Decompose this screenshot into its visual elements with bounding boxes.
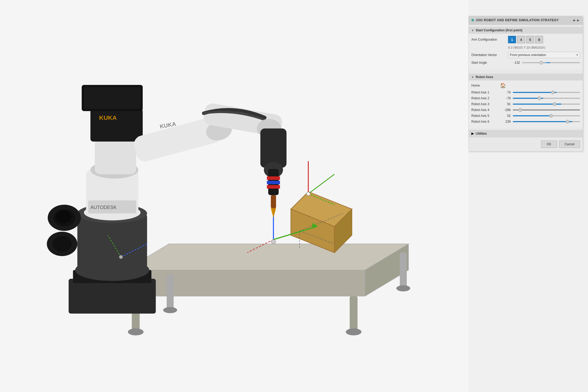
svg-rect-51 — [271, 195, 276, 208]
axis-6-value: 239 — [500, 120, 511, 123]
axis-5-slider[interactable] — [513, 115, 580, 116]
svg-rect-49 — [267, 181, 280, 184]
start-angle-label: Start Angle — [471, 61, 506, 65]
utilities-title: Utilities — [476, 131, 487, 135]
axis-4-value: -296 — [500, 108, 511, 112]
axis-5-label: Robot Axis 5 — [471, 114, 498, 118]
ok-button[interactable]: OK — [541, 140, 557, 148]
svg-rect-45 — [260, 129, 286, 168]
axis-3-label: Robot Axis 3 — [471, 102, 498, 106]
svg-point-62 — [119, 255, 123, 259]
orientation-vector-label: Orientation Vector — [471, 53, 506, 57]
svg-rect-38 — [90, 109, 143, 142]
svg-text:KUKA: KUKA — [99, 114, 117, 121]
axis-row-6: Robot Axis 6 239 — [471, 120, 580, 123]
utilities-section[interactable]: ▶ Utilities — [469, 130, 583, 137]
start-angle-row: Start Angle -132 — [471, 61, 580, 65]
axis-2-value: -79 — [500, 96, 511, 100]
svg-point-4 — [128, 329, 143, 335]
start-config-header[interactable]: ▼ Start Configuration (first point) — [469, 27, 583, 34]
svg-point-6 — [346, 329, 361, 335]
start-angle-slider-container: -132 — [508, 61, 580, 65]
svg-point-22 — [271, 240, 276, 244]
arm-btn-8[interactable]: 8 — [535, 36, 543, 43]
axis-4-slider[interactable] — [513, 109, 580, 110]
axis-3-value: 91 — [500, 102, 511, 106]
axis-2-slider[interactable] — [513, 98, 580, 99]
svg-line-24 — [308, 174, 334, 194]
robot-axes-content: Home 🏠 Robot Axis 1 74 Robot Axis 2 -79 … — [469, 80, 583, 128]
table — [125, 244, 411, 335]
robot-cameras — [47, 205, 81, 256]
robot-top-box — [82, 85, 143, 111]
orientation-dropdown[interactable]: From previous orientation — [508, 52, 580, 58]
axis-6-label: Robot Axis 6 — [471, 120, 498, 123]
svg-point-8 — [163, 307, 177, 313]
arm-config-buttons: 1 4 5 8 — [508, 36, 543, 43]
viewport: AUTODESK KUKA KUKA — [0, 0, 468, 392]
settings-panel: JOG ROBOT AND DEFINE SIMULATION STRATEGY… — [468, 16, 583, 151]
axis-row-1: Robot Axis 1 74 — [471, 91, 580, 94]
workpiece — [291, 192, 352, 253]
svg-rect-48 — [267, 176, 280, 180]
svg-marker-0 — [125, 244, 409, 270]
robot-axes-title: Robot Axes — [476, 75, 493, 79]
axes-arrow-down: ▼ — [471, 76, 474, 79]
robot-axes-header[interactable]: ▼ Robot Axes — [469, 74, 583, 80]
robot-wrist — [257, 119, 287, 218]
start-config-title: Start Configuration (first point) — [476, 28, 522, 32]
axis-3-slider[interactable] — [513, 104, 580, 105]
svg-point-57 — [56, 210, 71, 223]
cancel-button[interactable]: Cancel — [559, 140, 580, 148]
start-config-content: Arm Configuration 1 4 5 8 S 2 ('B010') T… — [469, 34, 583, 69]
orientation-vector-row: Orientation Vector From previous orienta… — [471, 52, 580, 58]
footer-buttons: OK Cancel — [469, 137, 583, 151]
robot-axes-section: ▼ Robot Axes Home 🏠 Robot Axis 1 74 Robo… — [469, 71, 583, 130]
svg-point-10 — [396, 285, 410, 291]
axis-row-5: Robot Axis 5 52 — [471, 114, 580, 118]
axis-1-slider[interactable] — [513, 92, 580, 93]
svg-rect-5 — [350, 296, 358, 331]
svg-text:AUTODESK: AUTODESK — [90, 205, 117, 210]
robot-scene: AUTODESK KUKA KUKA — [0, 0, 468, 392]
orientation-dropdown-wrapper: From previous orientation — [508, 52, 580, 58]
axis-4-label: Robot Axis 4 — [471, 108, 498, 112]
start-configuration-section: ▼ Start Configuration (first point) Arm … — [469, 25, 583, 71]
panel-header-left: JOG ROBOT AND DEFINE SIMULATION STRATEGY — [471, 18, 559, 22]
axis-5-value: 52 — [500, 114, 511, 118]
section-arrow-down: ▼ — [471, 29, 474, 32]
arm-btn-1[interactable]: 1 — [508, 36, 516, 43]
panel-header: JOG ROBOT AND DEFINE SIMULATION STRATEGY… — [469, 16, 583, 25]
axis-2-label: Robot Axis 2 — [471, 96, 498, 100]
home-label: Home — [471, 84, 498, 87]
svg-point-26 — [307, 192, 310, 195]
status-dot — [471, 19, 474, 22]
svg-marker-1 — [125, 270, 365, 296]
axis-row-2: Robot Axis 2 -79 — [471, 96, 580, 100]
svg-rect-54 — [84, 87, 141, 109]
svg-point-59 — [53, 236, 72, 252]
arm-btn-4[interactable]: 4 — [517, 36, 525, 43]
svg-rect-37 — [95, 139, 136, 174]
svg-rect-27 — [69, 279, 156, 314]
svg-marker-52 — [271, 208, 276, 218]
axis-row-3: Robot Axis 3 91 — [471, 102, 580, 106]
arm-config-row: Arm Configuration 1 4 5 8 — [471, 36, 580, 43]
start-angle-slider[interactable] — [522, 62, 580, 63]
axis-row-4: Robot Axis 4 -296 — [471, 108, 580, 112]
svg-rect-50 — [267, 185, 280, 189]
arm-btn-5[interactable]: 5 — [526, 36, 534, 43]
arm-config-label: Arm Configuration — [471, 38, 506, 41]
home-icon[interactable]: 🏠 — [500, 83, 506, 88]
svg-rect-7 — [167, 274, 174, 309]
start-angle-value: -132 — [508, 61, 520, 65]
robot-body: AUTODESK — [75, 170, 149, 281]
utilities-arrow-right: ▶ — [471, 131, 474, 135]
axis-6-slider[interactable] — [513, 121, 580, 122]
panel-title: JOG ROBOT AND DEFINE SIMULATION STRATEGY — [476, 18, 559, 22]
nav-forward-icon[interactable]: ►► — [573, 18, 580, 22]
axis-1-value: 74 — [500, 91, 511, 94]
arm-config-sub: S 2 ('B010') T 10 ('B001010') — [508, 46, 580, 49]
axis-1-label: Robot Axis 1 — [471, 91, 498, 94]
home-row: Home 🏠 — [471, 83, 580, 88]
